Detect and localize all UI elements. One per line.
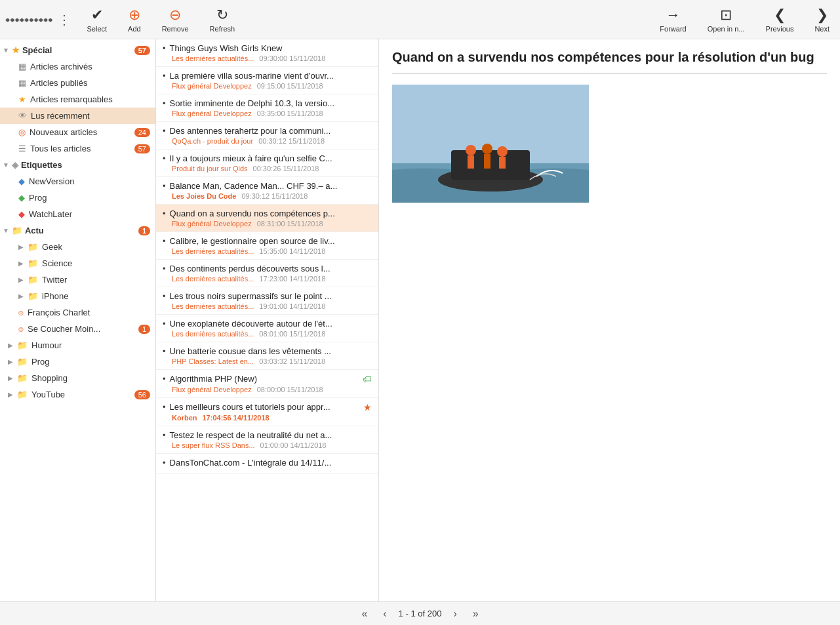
sidebar-item-articles-publies[interactable]: ▦ Articles publiés <box>0 75 155 91</box>
sidebar-section-actu[interactable]: ▼ 📁 Actu 1 <box>0 222 155 239</box>
article-item-5[interactable]: • Il y a toujours mieux à faire qu'un se… <box>156 150 378 177</box>
article-item-2[interactable]: • La première villa sous-marine vient d'… <box>156 67 378 94</box>
article-list: • Things Guys Wish Girls Knew Les derniè… <box>156 39 379 601</box>
article-item-3[interactable]: • Sortie imminente de Delphi 10.3, la ve… <box>156 94 378 122</box>
forward-icon: → <box>666 7 681 24</box>
article-text-15: Testez le respect de la neutralité du ne… <box>170 430 332 440</box>
se-coucher-moin-label: Se Coucher Moin... <box>28 324 100 334</box>
sidebar-item-iphone[interactable]: ▶ 📁 iPhone <box>0 288 155 304</box>
article-item-11[interactable]: • Une exoplanète découverte autour de l'… <box>156 315 378 342</box>
article-item-4[interactable]: • Des antennes terahertz pour la communi… <box>156 122 378 150</box>
sidebar-item-tous-les-articles[interactable]: ☰ Tous les articles 57 <box>0 140 155 157</box>
sidebar-item-watchlater[interactable]: ◆ WatchLater <box>0 206 155 222</box>
expand-icon-science: ▶ <box>18 260 24 267</box>
source-11: Les dernières actualités... <box>172 330 254 338</box>
previous-button[interactable]: ❮ Previous <box>761 4 799 35</box>
time-8: 15:35:00 14/11/2018 <box>259 247 325 255</box>
article-text-2: La première villa sous-marine vient d'ou… <box>170 71 334 81</box>
article-text-1: Things Guys Wish Girls Knew <box>170 43 283 53</box>
sidebar-item-se-coucher-moin[interactable]: ⌾ Se Coucher Moin... 1 <box>0 321 155 337</box>
bullet-13: • <box>163 374 166 384</box>
time-7: 08:31:00 15/11/2018 <box>257 220 323 228</box>
time-15: 01:00:00 14/11/2018 <box>260 441 327 449</box>
article-title-3: • Sortie imminente de Delphi 10.3, la ve… <box>163 98 372 108</box>
sidebar-item-prog-tag[interactable]: ◆ Prog <box>0 190 155 206</box>
sidebar-item-geek[interactable]: ▶ 📁 Geek <box>0 239 155 255</box>
source-10: Les dernières actualités... <box>172 302 254 310</box>
pagination-first-button[interactable]: « <box>357 607 371 621</box>
sidebar-item-prog-folder[interactable]: ▶ 📁 Prog <box>0 353 155 370</box>
menu-dots-button[interactable]: ⋮ <box>58 12 71 28</box>
sidebar-item-lus-recemment[interactable]: 👁 Lus récemment <box>0 108 155 124</box>
article-item-7[interactable]: • Quand on a survendu nos compétences p.… <box>156 205 378 232</box>
article-meta-14: Korben 17:04:56 14/11/2018 <box>163 414 372 422</box>
bullet-6: • <box>163 181 166 191</box>
article-item-10[interactable]: • Les trous noirs supermassifs sur le po… <box>156 287 378 315</box>
open-in-label: Open in n... <box>708 25 745 33</box>
time-6: 09:30:12 15/11/2018 <box>241 192 308 200</box>
sidebar-item-shopping[interactable]: ▶ 📁 Shopping <box>0 370 155 386</box>
article-item-12[interactable]: • Une batterie cousue dans les vêtements… <box>156 342 378 370</box>
actu-label: Actu <box>25 226 44 235</box>
expand-icon-youtube: ▶ <box>8 391 13 398</box>
sidebar-item-twitter[interactable]: ▶ 📁 Twitter <box>0 272 155 288</box>
article-title-16: • DansTonChat.com - L'intégrale du 14/11… <box>163 458 372 468</box>
article-item-1[interactable]: • Things Guys Wish Girls Knew Les derniè… <box>156 39 378 67</box>
sidebar-item-humour[interactable]: ▶ 📁 Humour <box>0 337 155 353</box>
next-button[interactable]: ❯ Next <box>809 4 835 35</box>
article-text-11: Une exoplanète découverte autour de l'ét… <box>170 319 332 329</box>
sidebar: ▼ ★ Spécial 57 ▦ Articles archivés ▦ Art… <box>0 39 156 601</box>
shopping-folder-icon: 📁 <box>17 373 28 383</box>
sidebar-item-newversion[interactable]: ◆ NewVersion <box>0 173 155 190</box>
geek-label: Geek <box>42 242 62 252</box>
open-in-button[interactable]: ⊡ Open in n... <box>702 4 750 35</box>
time-12: 03:03:32 15/11/2018 <box>259 357 325 365</box>
next-icon: ❯ <box>816 7 828 24</box>
time-2: 09:15:00 15/11/2018 <box>257 82 323 90</box>
star-icon-special: ★ <box>12 45 20 55</box>
remove-button[interactable]: ⊖ Remove <box>157 4 194 35</box>
bullet-12: • <box>163 346 166 356</box>
article-meta-15: Le super flux RSS Dans... 01:00:00 14/11… <box>163 441 372 449</box>
article-item-15[interactable]: • Testez le respect de la neutralité du … <box>156 426 378 454</box>
add-button[interactable]: ⊕ Add <box>123 4 146 35</box>
select-button[interactable]: ✔ Select <box>81 4 112 35</box>
sidebar-item-science[interactable]: ▶ 📁 Science <box>0 255 155 272</box>
article-item-13[interactable]: • Algorithmia PHP (New) 🏷 Flux général D… <box>156 370 378 398</box>
pagination-info: 1 - 1 of 200 <box>399 609 442 618</box>
previous-label: Previous <box>766 25 794 33</box>
bullet-9: • <box>163 264 166 273</box>
youtube-badge: 56 <box>134 390 150 399</box>
pagination-prev-button[interactable]: ‹ <box>379 607 390 621</box>
app-menu: ●●●●●●●●●● ⋮ <box>5 12 71 28</box>
article-text-13: Algorithmia PHP (New) <box>170 374 257 384</box>
article-item-8[interactable]: • Calibre, le gestionnaire open source d… <box>156 232 378 260</box>
expand-icon-prog: ▶ <box>8 358 13 365</box>
sidebar-item-nouveaux-articles[interactable]: ◎ Nouveaux articles 24 <box>0 124 155 140</box>
sidebar-item-youtube[interactable]: ▶ 📁 YouTube 56 <box>0 386 155 403</box>
sidebar-item-articles-remarquables[interactable]: ★ Articles remarquables <box>0 91 155 108</box>
sidebar-item-articles-archives[interactable]: ▦ Articles archivés <box>0 58 155 75</box>
source-13: Flux général Developpez <box>172 386 252 393</box>
article-item-6[interactable]: • Balance Man, Cadence Man... CHF 39.– a… <box>156 177 378 205</box>
se-coucher-badge: 1 <box>138 325 150 334</box>
article-item-16[interactable]: • DansTonChat.com - L'intégrale du 14/11… <box>156 454 378 474</box>
sidebar-section-special[interactable]: ▼ ★ Spécial 57 <box>0 42 155 58</box>
refresh-button[interactable]: ↻ Refresh <box>205 4 241 35</box>
bullet-2: • <box>163 71 166 81</box>
article-item-9[interactable]: • Des continents perdus découverts sous … <box>156 260 378 287</box>
article-item-14[interactable]: • Les meilleurs cours et tutoriels pour … <box>156 398 378 426</box>
pagination-last-button[interactable]: » <box>469 607 483 621</box>
pagination-next-button[interactable]: › <box>449 607 460 621</box>
sidebar-section-etiquettes[interactable]: ▼ ◈ Etiquettes <box>0 157 155 173</box>
forward-button[interactable]: → Forward <box>654 4 691 35</box>
source-2: Flux général Developpez <box>172 82 252 90</box>
time-5: 00:30:26 15/11/2018 <box>253 165 319 172</box>
svg-point-6 <box>482 144 492 154</box>
bullet-11: • <box>163 319 166 329</box>
previous-icon: ❮ <box>774 7 786 24</box>
article-title-15: • Testez le respect de la neutralité du … <box>163 430 372 440</box>
sidebar-item-francois-charlet[interactable]: ⌾ François Charlet <box>0 304 155 321</box>
refresh-label: Refresh <box>210 25 235 33</box>
bullet-4: • <box>163 126 166 136</box>
